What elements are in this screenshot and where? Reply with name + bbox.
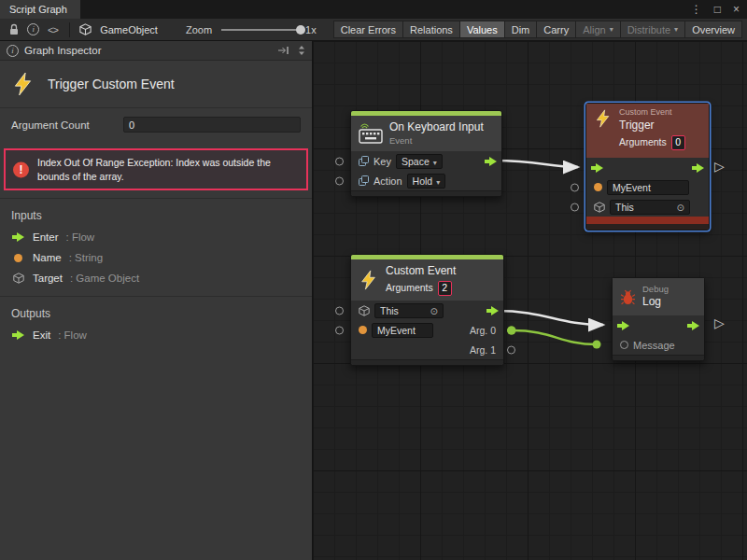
target-dropdown[interactable]: This xyxy=(374,303,444,318)
port-flow-output[interactable] xyxy=(692,163,704,173)
port-name-input[interactable] xyxy=(335,326,344,334)
tab-script-graph[interactable]: Script Graph xyxy=(0,0,80,19)
key-type-icon xyxy=(359,156,369,166)
key-dropdown-value: Space xyxy=(402,156,430,167)
dock-icon[interactable] xyxy=(277,46,289,55)
action-row: Action Hold xyxy=(351,171,501,190)
node-trigger-custom-event[interactable]: Custom Event Trigger Arguments 0 MyEvent xyxy=(585,103,710,231)
cube-icon xyxy=(359,305,370,316)
object-picker-icon[interactable] xyxy=(677,202,684,213)
error-message-box: ! Index Out Of Range Exception: Index wa… xyxy=(4,148,308,190)
port-target-input[interactable] xyxy=(571,203,579,211)
code-icon[interactable]: <> xyxy=(43,21,63,38)
wire-customevent-to-log[interactable] xyxy=(496,311,603,325)
key-dropdown[interactable]: Space xyxy=(396,154,443,169)
port-flow-output[interactable] xyxy=(485,157,497,166)
arg1-row: Arg. 1 xyxy=(351,340,503,359)
arguments-count-field[interactable]: 0 xyxy=(671,135,685,150)
zoom-label: Zoom xyxy=(186,24,212,35)
port-arg1-output[interactable] xyxy=(507,345,515,354)
action-dropdown[interactable]: Hold xyxy=(407,174,446,189)
relations-button[interactable]: Relations xyxy=(402,21,460,38)
expand-collapse-icon[interactable] xyxy=(298,45,305,56)
flow-arrow-icon xyxy=(11,232,25,242)
port-target-input[interactable] xyxy=(335,306,344,315)
values-button[interactable]: Values xyxy=(459,21,505,38)
graph-canvas[interactable]: On Keyboard Input Event Key Space xyxy=(313,41,747,560)
action-label: Action xyxy=(374,175,402,187)
maximize-icon[interactable]: □ xyxy=(714,3,721,16)
input-row-target: Target : Game Object xyxy=(0,268,312,288)
graph-toolbar: i <> GameObject Zoom 1x Clear Errors Rel… xyxy=(0,19,747,41)
event-name-field[interactable]: MyEvent xyxy=(372,323,433,338)
unit-title-block: Trigger Custom Event xyxy=(0,61,312,107)
port-arg0-output[interactable] xyxy=(507,326,515,334)
clear-errors-button[interactable]: Clear Errors xyxy=(333,21,403,38)
port-name-input[interactable] xyxy=(571,183,579,191)
port-type: : String xyxy=(69,252,103,263)
zoom-slider-track xyxy=(221,29,300,31)
lightning-icon xyxy=(11,72,35,96)
wire-arg0-to-message[interactable] xyxy=(512,330,597,344)
node-title: Custom Event xyxy=(386,264,456,279)
message-row: Message xyxy=(613,335,704,355)
node-on-keyboard-input[interactable]: On Keyboard Input Event Key Space xyxy=(350,110,502,197)
overview-button[interactable]: Overview xyxy=(684,21,742,38)
port-type: : Flow xyxy=(58,329,87,341)
node-header: On Keyboard Input Event xyxy=(351,116,501,151)
carry-button[interactable]: Carry xyxy=(536,21,576,38)
key-type-icon xyxy=(359,175,369,186)
string-dot-icon xyxy=(11,254,25,262)
port-key-input[interactable] xyxy=(335,157,344,165)
port-flow-input[interactable] xyxy=(617,321,629,330)
port-message-input[interactable] xyxy=(620,341,628,349)
chevron-down-icon xyxy=(436,175,440,187)
target-row: This xyxy=(586,197,709,217)
zoom-slider[interactable] xyxy=(221,21,300,38)
argument-count-input[interactable] xyxy=(123,117,301,133)
unity-visual-scripting-window: Script Graph ⋮ □ × i <> GameObject Zoom … xyxy=(0,0,747,560)
node-footer xyxy=(351,190,501,196)
arguments-label: Arguments xyxy=(386,282,433,295)
arg1-label: Arg. 1 xyxy=(470,344,496,356)
arguments-count-field[interactable]: 2 xyxy=(438,281,452,296)
wire-keyboard-to-trigger[interactable] xyxy=(494,161,578,167)
menu-icon[interactable]: ⋮ xyxy=(691,3,702,16)
port-action-input[interactable] xyxy=(335,176,344,185)
port-name: Exit xyxy=(33,329,50,341)
info-icon[interactable]: i xyxy=(24,21,44,38)
port-flow-output[interactable] xyxy=(486,306,499,315)
port-flow-output[interactable] xyxy=(687,321,699,330)
error-message-text: Index Out Of Range Exception: Index was … xyxy=(37,157,271,182)
node-header: Debug Log xyxy=(613,278,704,315)
dim-button[interactable]: Dim xyxy=(504,21,538,38)
tab-label: Script Graph xyxy=(9,4,67,15)
target-dropdown[interactable]: This xyxy=(610,200,690,215)
cube-icon xyxy=(594,202,605,213)
port-flow-input[interactable] xyxy=(591,163,603,173)
argument-count-row: Argument Count xyxy=(0,108,312,141)
port-type: : Flow xyxy=(66,231,95,243)
wire-endpoint-dot xyxy=(593,341,601,349)
arguments-label: Arguments xyxy=(619,136,667,149)
align-dropdown[interactable]: Align xyxy=(575,21,620,38)
graph-inspector-title: Graph Inspector xyxy=(24,45,101,56)
string-dot-icon xyxy=(594,183,602,191)
distribute-dropdown[interactable]: Distribute xyxy=(620,21,685,38)
node-debug-log[interactable]: Debug Log Message xyxy=(612,277,705,361)
message-label: Message xyxy=(633,340,675,351)
event-name-field[interactable]: MyEvent xyxy=(607,180,689,195)
gameobject-label[interactable]: GameObject xyxy=(100,24,158,35)
node-custom-event[interactable]: Custom Event Arguments 2 This xyxy=(350,254,504,366)
cube-icon xyxy=(11,273,25,284)
close-icon[interactable]: × xyxy=(733,3,740,16)
info-icon: i xyxy=(7,45,19,57)
lock-icon[interactable] xyxy=(5,21,24,38)
node-header: Custom Event Arguments 2 xyxy=(351,259,503,301)
target-row: This xyxy=(351,301,503,320)
bug-icon xyxy=(620,289,636,305)
event-name-row: MyEvent xyxy=(586,177,709,197)
object-picker-icon[interactable] xyxy=(430,305,438,316)
zoom-slider-knob[interactable] xyxy=(296,25,305,35)
port-name: Target xyxy=(33,273,63,284)
